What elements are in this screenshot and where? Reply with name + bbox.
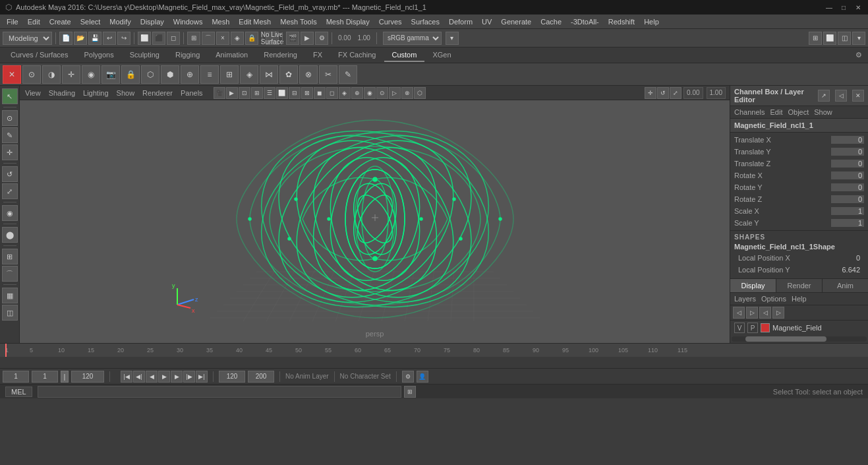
viewport-menu-panels[interactable]: Panels: [178, 88, 206, 98]
channel-value-translate-y[interactable]: [831, 148, 864, 156]
mode-selector[interactable]: Modeling: [3, 32, 52, 45]
select-mode-icon[interactable]: ↖: [2, 88, 18, 104]
menu-uv[interactable]: UV: [478, 16, 496, 27]
snap-curve-lt-icon[interactable]: ⌒: [2, 266, 18, 282]
tool11[interactable]: ⋈: [260, 65, 278, 84]
mel-command-label[interactable]: MEL: [5, 387, 32, 397]
show-manipulator-icon[interactable]: ◉: [2, 205, 18, 221]
menu-3dtoall[interactable]: -3DtoAll-: [567, 16, 603, 27]
menu-cache[interactable]: Cache: [536, 16, 565, 27]
vp-playblast-icon[interactable]: ▶: [226, 87, 238, 99]
vp-icon15[interactable]: ⬡: [414, 87, 426, 99]
vp-cam-icon[interactable]: 🎥: [214, 87, 225, 99]
vp-move-icon[interactable]: ✛: [645, 87, 656, 99]
vp-icon8[interactable]: ◻: [326, 87, 338, 99]
prev-frame-button[interactable]: ◀: [146, 371, 158, 383]
layer-visibility-toggle[interactable]: V: [734, 323, 745, 333]
save-scene-button[interactable]: 💾: [88, 32, 101, 45]
range-end-inner-field[interactable]: [71, 371, 104, 383]
channel-value-translate-x[interactable]: [831, 136, 864, 144]
open-scene-button[interactable]: 📂: [74, 32, 87, 45]
camera-icon[interactable]: 📷: [101, 65, 120, 84]
layer-down-button[interactable]: ▷: [772, 307, 784, 319]
soft-select-icon[interactable]: ⬤: [2, 227, 18, 243]
layers-menu-help[interactable]: Help: [792, 295, 807, 303]
channel-rotate-x[interactable]: Rotate X: [730, 170, 868, 181]
menu-file[interactable]: File: [3, 16, 22, 27]
vp-icon7[interactable]: ◼: [314, 87, 326, 99]
gamma-selector[interactable]: sRGB gamma: [383, 32, 442, 45]
viewport-menu-view[interactable]: View: [22, 88, 43, 98]
vp-icon9[interactable]: ◈: [339, 87, 351, 99]
anim-preferences-button[interactable]: ⚙: [402, 371, 414, 383]
channel-translate-y[interactable]: Translate Y: [730, 146, 868, 158]
undo-button[interactable]: ↩: [103, 32, 116, 45]
tab-polygons[interactable]: Polygons: [76, 49, 121, 62]
tab-xgen[interactable]: XGen: [424, 49, 459, 62]
channel-menu-show[interactable]: Show: [814, 108, 832, 116]
channel-scale-y[interactable]: Scale Y: [730, 217, 868, 229]
tool14[interactable]: ✂: [319, 65, 337, 84]
tab-sculpting[interactable]: Sculpting: [122, 49, 167, 62]
snap-curve-button[interactable]: ⌒: [202, 32, 215, 45]
lasso-mode-icon[interactable]: ⊙: [2, 110, 18, 126]
layer-up-button[interactable]: ◁: [759, 307, 771, 319]
vp-icon5[interactable]: ⊟: [289, 87, 301, 99]
render-current-frame[interactable]: 🎬: [286, 32, 299, 45]
select-tool-button[interactable]: ⬛: [152, 32, 165, 45]
channel-value-translate-z[interactable]: [831, 160, 864, 168]
right-panel-scrollbar-thumb[interactable]: [745, 336, 826, 342]
tab-custom[interactable]: Custom: [384, 49, 425, 62]
paint-mode-icon[interactable]: ✎: [2, 127, 18, 143]
tool5[interactable]: ⬡: [141, 65, 159, 84]
snap-live-button[interactable]: 🔒: [245, 32, 258, 45]
tool12[interactable]: ✿: [279, 65, 298, 84]
vp-rotate-icon[interactable]: ↺: [657, 87, 669, 99]
menu-mesh-display[interactable]: Mesh Display: [322, 16, 374, 27]
vp-icon12[interactable]: ⊙: [376, 87, 388, 99]
tool10[interactable]: ◈: [240, 65, 258, 84]
prev-key-button[interactable]: ◀|: [133, 371, 145, 383]
channel-value-rotate-z[interactable]: [831, 195, 864, 203]
channel-menu-object[interactable]: Object: [788, 108, 809, 116]
minimize-button[interactable]: —: [825, 3, 834, 12]
rotate-tool-icon[interactable]: ↺: [2, 166, 18, 182]
vp-icon11[interactable]: ◉: [364, 87, 376, 99]
go-start-button[interactable]: |◀: [121, 371, 132, 383]
vp-icon14[interactable]: ⊗: [401, 87, 413, 99]
render-settings[interactable]: ⚙: [315, 32, 328, 45]
channel-value-scale-y[interactable]: [831, 219, 864, 227]
next-frame-button[interactable]: ▶: [171, 371, 183, 383]
vp-scale-icon[interactable]: ⤢: [670, 87, 681, 99]
scale-tool-icon[interactable]: ⤢: [2, 183, 18, 199]
channel-box-dock-left-button[interactable]: ◁: [835, 90, 847, 102]
no-live-surface-button[interactable]: No Live Surface: [266, 32, 279, 45]
tool13[interactable]: ⊗: [299, 65, 318, 84]
tool15[interactable]: ✎: [339, 65, 357, 84]
menu-modify[interactable]: Modify: [105, 16, 134, 27]
menu-windows[interactable]: Windows: [169, 16, 207, 27]
layer-delete-button[interactable]: ▷: [746, 307, 758, 319]
viewport[interactable]: View Shading Lighting Show Renderer Pane…: [20, 86, 730, 343]
ipr-render[interactable]: ▶: [301, 32, 314, 45]
channel-value-rotate-x[interactable]: [831, 171, 864, 179]
viewport-canvas[interactable]: z y x persp: [20, 100, 730, 343]
lock-icon[interactable]: 🔒: [121, 65, 140, 84]
maximize-button[interactable]: □: [839, 3, 848, 12]
anim-end-field[interactable]: [219, 371, 245, 383]
char-set-button[interactable]: 👤: [417, 371, 428, 383]
tab-render[interactable]: Render: [776, 279, 823, 292]
snap-grid-button[interactable]: ⊞: [187, 32, 200, 45]
range-start-field[interactable]: [32, 371, 58, 383]
new-scene-button[interactable]: 📄: [59, 32, 72, 45]
tab-rigging[interactable]: Rigging: [167, 49, 208, 62]
layout-side-button[interactable]: ◫: [838, 32, 851, 45]
menu-mesh-tools[interactable]: Mesh Tools: [276, 16, 320, 27]
tool7[interactable]: ⊕: [181, 65, 199, 84]
menu-deform[interactable]: Deform: [445, 16, 477, 27]
channel-rotate-z[interactable]: Rotate Z: [730, 193, 868, 205]
tab-animation[interactable]: Animation: [208, 49, 256, 62]
tab-fx-caching[interactable]: FX Caching: [330, 49, 384, 62]
command-line-input[interactable]: [38, 386, 401, 398]
viewport-menu-lighting[interactable]: Lighting: [80, 88, 111, 98]
